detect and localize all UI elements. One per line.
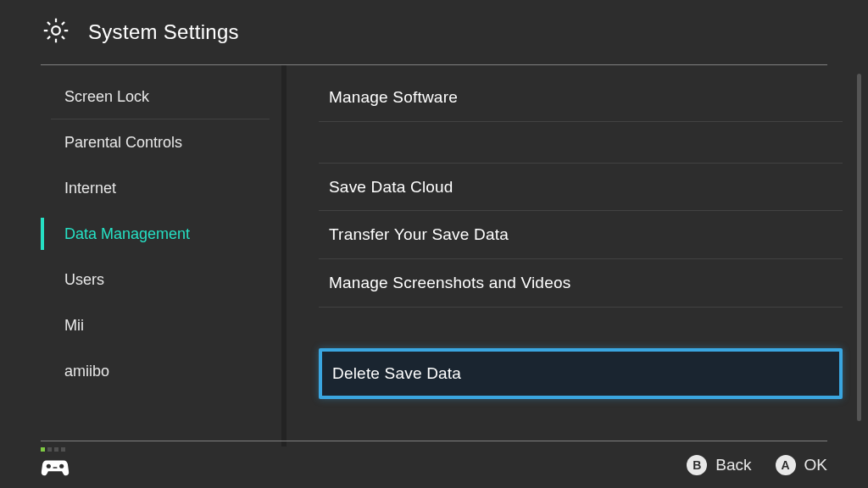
gear-icon (41, 15, 71, 49)
b-button-icon: B (687, 455, 707, 475)
sidebar-item-amiibo[interactable]: amiibo (41, 348, 280, 394)
svg-point-1 (47, 464, 51, 469)
option-label: Transfer Your Save Data (329, 225, 509, 244)
option-manage-software[interactable]: Manage Software (319, 74, 843, 122)
option-save-data-cloud[interactable]: Save Data Cloud (319, 163, 843, 211)
svg-rect-3 (53, 467, 57, 469)
sidebar: Screen Lock Parental Controls Internet D… (41, 65, 287, 446)
controller-indicator (41, 447, 70, 482)
a-button-icon: A (776, 455, 796, 475)
option-transfer-save-data[interactable]: Transfer Your Save Data (319, 211, 843, 259)
sidebar-item-screen-lock[interactable]: Screen Lock (41, 74, 280, 119)
option-gap (319, 122, 843, 163)
hint-label: OK (804, 456, 827, 474)
hint-label: Back (715, 456, 751, 474)
sidebar-item-label: Mii (64, 317, 84, 335)
sidebar-item-label: Internet (64, 180, 116, 197)
option-manage-screenshots[interactable]: Manage Screenshots and Videos (319, 259, 843, 308)
header: System Settings (0, 0, 868, 64)
main-panel: Manage Software Save Data Cloud Transfer… (287, 65, 868, 446)
sidebar-item-parental-controls[interactable]: Parental Controls (41, 119, 280, 165)
option-label: Delete Save Data (332, 364, 461, 383)
sidebar-item-label: amiibo (64, 363, 109, 380)
sidebar-item-mii[interactable]: Mii (41, 302, 280, 348)
footer: B Back A OK (0, 441, 868, 488)
player-dots (41, 447, 70, 452)
option-label: Manage Software (329, 88, 458, 107)
hint-ok[interactable]: A OK (776, 455, 827, 475)
footer-hints: B Back A OK (687, 455, 827, 475)
option-label: Manage Screenshots and Videos (329, 274, 570, 292)
svg-point-2 (59, 464, 64, 469)
page-title: System Settings (88, 20, 239, 44)
sidebar-item-data-management[interactable]: Data Management (41, 211, 280, 257)
hint-back[interactable]: B Back (687, 455, 751, 475)
controller-icon (41, 453, 70, 482)
sidebar-item-users[interactable]: Users (41, 257, 280, 302)
sidebar-item-label: Data Management (64, 225, 190, 243)
svg-point-0 (52, 26, 60, 35)
sidebar-item-label: Parental Controls (64, 134, 182, 152)
sidebar-item-label: Screen Lock (64, 88, 149, 106)
sidebar-item-internet[interactable]: Internet (41, 165, 280, 211)
scrollbar[interactable] (857, 74, 861, 421)
option-delete-save-data[interactable]: Delete Save Data (319, 348, 843, 399)
option-label: Save Data Cloud (329, 178, 453, 197)
sidebar-item-label: Users (64, 271, 104, 289)
